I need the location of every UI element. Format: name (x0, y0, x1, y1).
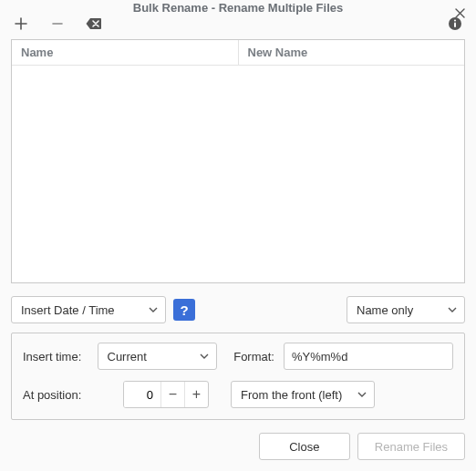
insert-time-dropdown[interactable]: Current (98, 343, 218, 370)
position-label: At position: (23, 388, 96, 402)
minus-icon (51, 17, 64, 30)
footer: Close Rename Files (0, 429, 476, 471)
column-header-name[interactable]: Name (12, 40, 239, 65)
main-content: Name New Name Insert Date / Time ? Name … (0, 32, 476, 429)
rename-mode-label: Insert Date / Time (21, 303, 140, 317)
position-decrement[interactable]: − (160, 382, 184, 407)
file-list: Name New Name (11, 39, 465, 283)
position-row: At position: − + From the front (left) (23, 381, 453, 408)
column-header-newname[interactable]: New Name (239, 40, 465, 65)
format-input[interactable] (284, 343, 453, 370)
insert-time-label: Insert time: (23, 350, 88, 363)
position-input[interactable] (124, 382, 160, 407)
svg-rect-2 (454, 23, 456, 28)
file-list-body[interactable] (12, 66, 464, 282)
scope-dropdown[interactable]: Name only (347, 296, 465, 323)
minus-icon: − (169, 386, 177, 403)
scope-label: Name only (357, 303, 439, 317)
add-file-button[interactable] (13, 15, 29, 32)
titlebar: Bulk Rename - Rename Multiple Files (0, 0, 476, 15)
file-list-header: Name New Name (12, 40, 464, 66)
clear-files-button[interactable] (86, 15, 102, 32)
caret-down-icon (149, 307, 158, 312)
options-panel: Insert time: Current Format: At position… (11, 333, 465, 420)
toolbar (0, 15, 476, 32)
insert-time-row: Insert time: Current Format: (23, 343, 453, 370)
plus-icon (15, 17, 27, 30)
clear-tag-icon (86, 17, 102, 30)
rename-mode-dropdown[interactable]: Insert Date / Time (11, 296, 166, 323)
remove-file-button[interactable] (49, 15, 66, 32)
format-label: Format: (233, 350, 274, 363)
plus-icon: + (192, 386, 201, 403)
caret-down-icon (357, 392, 367, 397)
window-title: Bulk Rename - Rename Multiple Files (133, 1, 343, 15)
bulk-rename-window: Bulk Rename - Rename Multiple Files (0, 0, 476, 471)
window-close-button[interactable] (452, 6, 467, 21)
close-icon (455, 6, 465, 21)
question-icon: ? (180, 302, 188, 318)
direction-value: From the front (left) (241, 388, 348, 402)
help-button[interactable]: ? (173, 299, 195, 321)
position-increment[interactable]: + (184, 382, 208, 407)
insert-time-value: Current (108, 350, 191, 363)
position-spinner: − + (123, 381, 209, 408)
rename-files-button[interactable]: Rename Files (357, 433, 465, 460)
caret-down-icon (448, 307, 457, 312)
close-button[interactable]: Close (259, 433, 350, 460)
caret-down-icon (200, 353, 209, 359)
mode-row: Insert Date / Time ? Name only (11, 296, 465, 323)
direction-dropdown[interactable]: From the front (left) (231, 381, 375, 408)
